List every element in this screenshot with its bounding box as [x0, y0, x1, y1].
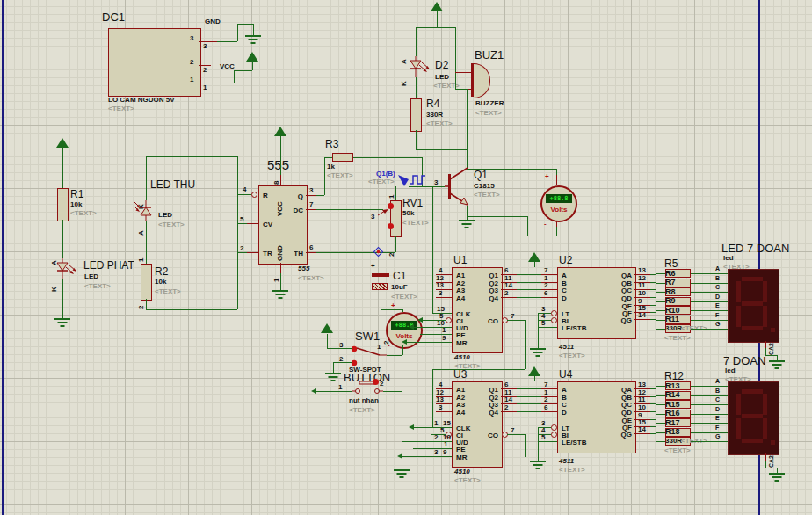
power-terminal[interactable] — [274, 127, 286, 136]
wire[interactable] — [517, 297, 541, 298]
wire[interactable] — [252, 62, 253, 70]
ground-symbol[interactable] — [54, 318, 70, 328]
wire[interactable] — [691, 423, 728, 424]
led-emitter-icon[interactable] — [55, 258, 78, 279]
wire[interactable] — [656, 301, 665, 302]
component-u1[interactable]: A1 A2 A3 A4 CLK CI U/D PE MR Q1 Q2 Q3 Q4… — [452, 267, 503, 353]
wire[interactable] — [656, 310, 665, 311]
wire[interactable] — [765, 348, 766, 355]
wire[interactable] — [656, 320, 665, 321]
transistor-q1-icon[interactable] — [445, 163, 475, 209]
wire[interactable] — [402, 345, 403, 355]
wire[interactable] — [416, 27, 417, 56]
wire[interactable] — [280, 273, 281, 290]
pin-stub[interactable] — [556, 175, 557, 185]
wire[interactable] — [333, 362, 334, 373]
wire[interactable] — [656, 292, 665, 293]
resistor-r4[interactable] — [410, 98, 422, 132]
ground-symbol[interactable] — [530, 348, 546, 358]
wire[interactable] — [146, 156, 237, 157]
pin-stub[interactable] — [541, 297, 557, 298]
wire[interactable] — [387, 355, 402, 356]
wire[interactable] — [146, 309, 237, 310]
wire[interactable] — [455, 27, 456, 89]
led-diode-icon[interactable] — [409, 56, 431, 77]
ground-symbol[interactable] — [325, 373, 341, 382]
wire[interactable] — [765, 355, 777, 356]
ground-symbol[interactable] — [769, 473, 785, 482]
wire[interactable] — [381, 289, 381, 309]
pin-stub[interactable] — [634, 319, 650, 320]
power-terminal[interactable] — [246, 52, 258, 62]
wire[interactable] — [383, 391, 402, 392]
ground-symbol[interactable] — [394, 469, 410, 479]
wire[interactable] — [409, 186, 445, 187]
wire[interactable] — [432, 369, 433, 427]
wire[interactable] — [517, 396, 541, 397]
pin-stub[interactable] — [436, 297, 452, 298]
wire[interactable] — [280, 136, 281, 175]
pin-stub[interactable] — [501, 289, 517, 290]
wire[interactable] — [327, 334, 328, 348]
wire[interactable] — [691, 386, 728, 387]
wire[interactable] — [517, 289, 541, 290]
wire[interactable] — [217, 83, 234, 83]
wire[interactable] — [327, 348, 352, 349]
wire[interactable] — [413, 427, 452, 428]
wire[interactable] — [691, 395, 728, 396]
voltmeter-1[interactable]: +88.8 Volts — [540, 185, 577, 222]
component-u4[interactable]: A B C D LT BI LE/STB QA QB QC QD QE QF Q… — [557, 381, 636, 453]
wire[interactable] — [534, 376, 535, 381]
component-dc1[interactable] — [108, 28, 201, 97]
capacitor-plate[interactable] — [372, 283, 388, 290]
wire[interactable] — [416, 149, 467, 150]
wire[interactable] — [146, 299, 147, 309]
wire[interactable] — [556, 227, 557, 236]
wire[interactable] — [656, 423, 665, 424]
wire[interactable] — [234, 70, 252, 71]
wire[interactable] — [538, 327, 557, 328]
wire[interactable] — [517, 274, 541, 275]
wire[interactable] — [237, 24, 238, 41]
ground-symbol[interactable] — [272, 290, 288, 300]
pin-stub[interactable] — [199, 41, 217, 42]
wire[interactable] — [691, 329, 728, 330]
wire[interactable] — [765, 468, 777, 468]
wire[interactable] — [656, 441, 665, 442]
pin-stub[interactable] — [306, 195, 316, 196]
wire[interactable] — [402, 456, 452, 457]
ground-symbol[interactable] — [769, 360, 785, 370]
wire[interactable] — [455, 89, 468, 90]
wire[interactable] — [316, 195, 324, 196]
wire[interactable] — [691, 414, 728, 415]
wire[interactable] — [534, 262, 535, 267]
wire[interactable] — [517, 282, 541, 283]
wire[interactable] — [62, 148, 63, 188]
wire[interactable] — [381, 309, 402, 310]
wire[interactable] — [517, 403, 541, 404]
resistor-r1[interactable] — [57, 188, 69, 221]
pin-stub[interactable] — [247, 223, 258, 224]
wire[interactable] — [432, 186, 433, 313]
wire[interactable] — [420, 334, 452, 335]
pin-stub[interactable] — [306, 252, 316, 253]
pin-stub[interactable] — [541, 411, 557, 412]
seven-segment-display-2[interactable] — [728, 381, 779, 455]
wire[interactable] — [217, 41, 237, 42]
wire[interactable] — [381, 252, 381, 273]
wire[interactable] — [656, 273, 665, 274]
component-555[interactable]: R CV TR Q DC TH VCC GND — [258, 185, 308, 265]
pin-stub[interactable] — [501, 411, 517, 412]
wire[interactable] — [146, 221, 147, 264]
wire[interactable] — [333, 362, 352, 363]
wire[interactable] — [656, 395, 665, 396]
pin-stub[interactable] — [634, 411, 650, 412]
wire[interactable] — [656, 404, 665, 405]
pin-stub[interactable] — [501, 403, 517, 404]
wire[interactable] — [237, 24, 253, 25]
wire[interactable] — [237, 252, 247, 253]
wire[interactable] — [437, 11, 438, 27]
wire[interactable] — [237, 194, 251, 195]
component-u3[interactable]: A1 A2 A3 A4 CLK CI U/D PE MR Q1 Q2 Q3 Q4… — [452, 381, 503, 468]
wire[interactable] — [234, 70, 235, 83]
